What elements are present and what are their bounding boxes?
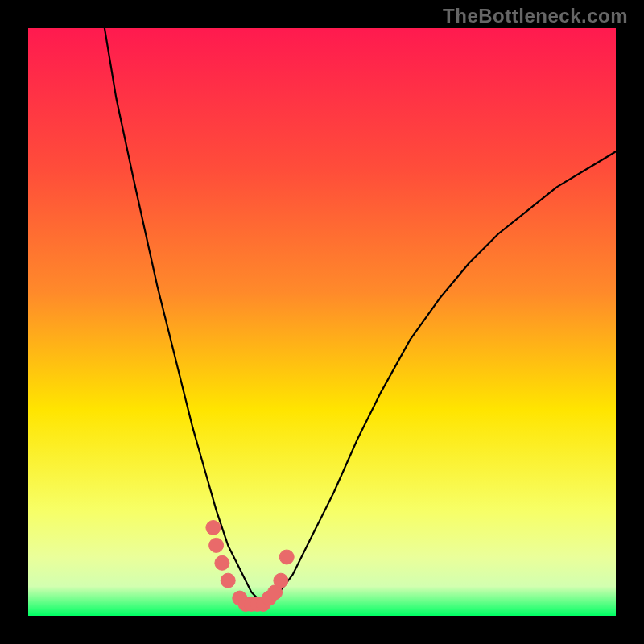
chart-container: TheBottleneck.com <box>0 0 644 644</box>
marker-dot <box>206 521 221 535</box>
marker-dot <box>209 538 224 552</box>
marker-dot <box>221 573 235 588</box>
highlight-markers <box>206 521 294 612</box>
marker-dot <box>279 550 294 564</box>
watermark-text: TheBottleneck.com <box>443 5 628 27</box>
bottleneck-curve <box>105 28 616 604</box>
plot-area <box>28 28 616 616</box>
marker-dot <box>274 573 288 588</box>
chart-svg <box>28 28 616 616</box>
marker-dot <box>215 555 229 570</box>
